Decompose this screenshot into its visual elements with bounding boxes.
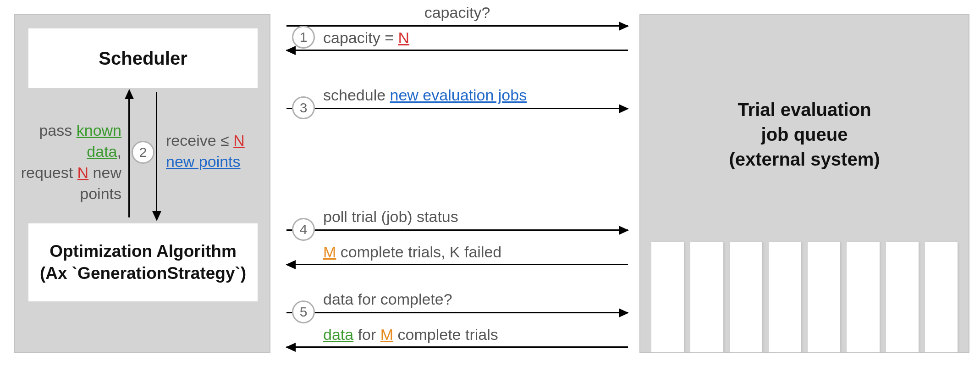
- complete-failed-label: M complete trials, K failed: [323, 243, 628, 261]
- queue-slot: [769, 242, 801, 352]
- step-circle-4: 4: [292, 218, 315, 241]
- queue-slot: [886, 242, 919, 352]
- poll-status-label: poll trial (job) status: [323, 208, 628, 226]
- arrow-down-line: [156, 92, 157, 211]
- pass-request-label: pass known data, request N new points: [18, 120, 121, 205]
- arrow5-right-head-icon: [619, 308, 629, 317]
- step-circle-5: 5: [292, 300, 315, 323]
- step-2-label: 2: [139, 145, 147, 160]
- algo-title-line2: (Ax `GenerationStrategy`): [40, 262, 246, 284]
- arrow4-bottom-line: [286, 264, 628, 265]
- queue-slot: [730, 242, 762, 352]
- queue-slot: [808, 242, 840, 352]
- optimization-algorithm-box: Optimization Algorithm (Ax `GenerationSt…: [28, 223, 258, 301]
- queue-slot: [651, 242, 684, 352]
- step-circle-1: 1: [292, 26, 315, 49]
- arrow4-top-line: [286, 229, 628, 231]
- arrow3-right-head-icon: [619, 104, 629, 113]
- arrow4-right-head-icon: [619, 226, 629, 235]
- algo-title-line1: Optimization Algorithm: [50, 240, 237, 262]
- right-panel: Trial evaluation job queue (external sys…: [639, 14, 969, 353]
- step-circle-2: 2: [132, 141, 154, 164]
- step-4-label: 4: [300, 222, 308, 237]
- data-complete-question: data for complete?: [323, 290, 628, 308]
- queue-slot: [925, 242, 958, 352]
- arrow1-top-line: [286, 25, 628, 27]
- arrow-up-line: [128, 98, 130, 217]
- n-value: N: [77, 164, 89, 181]
- scheduler-title: Scheduler: [99, 48, 187, 69]
- schedule-label: schedule new evaluation jobs: [323, 86, 628, 104]
- new-eval-jobs-link: new evaluation jobs: [390, 86, 527, 104]
- m-complete-2: M: [380, 326, 393, 343]
- arrow-up-head-icon: [125, 89, 134, 99]
- receive-label: receive ≤ N new points: [166, 130, 267, 172]
- arrow3-line: [286, 108, 628, 109]
- step-5-label: 5: [300, 304, 308, 320]
- step-1-label: 1: [300, 29, 308, 45]
- capacity-answer: capacity = N: [323, 29, 628, 47]
- arrow1-left-head-icon: [286, 46, 296, 55]
- step-3-label: 3: [300, 100, 308, 116]
- m-complete: M: [323, 243, 336, 261]
- capacity-question: capacity?: [286, 4, 628, 22]
- arrow5-bottom-line: [286, 346, 628, 348]
- left-panel: Scheduler Optimization Algorithm (Ax `Ge…: [14, 14, 270, 353]
- arrow5-left-head-icon: [286, 343, 296, 352]
- data-link: data: [323, 326, 353, 343]
- arrow5-top-line: [286, 312, 628, 313]
- queue-slot: [690, 242, 723, 352]
- known-data-link: known data: [77, 122, 121, 160]
- queue-slot: [847, 242, 879, 352]
- arrow4-left-head-icon: [286, 260, 296, 269]
- arrow-down-head-icon: [152, 211, 161, 221]
- data-complete-answer: data for M complete trials: [323, 326, 628, 344]
- n-capacity: N: [398, 29, 409, 46]
- step-circle-3: 3: [292, 96, 315, 119]
- new-points-link: new points: [166, 153, 241, 170]
- job-queue-title: Trial evaluation job queue (external sys…: [640, 97, 969, 172]
- queue-slots: [640, 242, 969, 352]
- n-value-2: N: [233, 132, 245, 149]
- arrow1-bottom-line: [286, 50, 628, 51]
- scheduler-box: Scheduler: [28, 28, 258, 88]
